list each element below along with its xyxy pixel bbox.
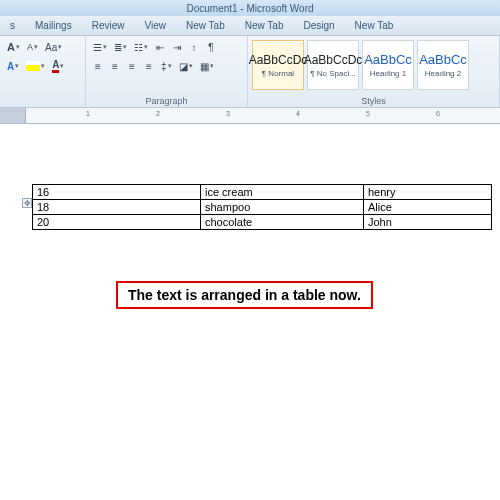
group-paragraph-label: Paragraph bbox=[90, 96, 243, 107]
numbering-button[interactable]: ≣▾ bbox=[111, 38, 130, 56]
spacing-icon: ‡ bbox=[161, 61, 167, 72]
tab-partial[interactable]: s bbox=[0, 16, 25, 35]
decrease-indent-button[interactable]: ⇤ bbox=[152, 38, 168, 56]
border-icon: ▦ bbox=[200, 61, 209, 72]
style-heading1[interactable]: AaBbCc Heading 1 bbox=[362, 40, 414, 90]
chevron-down-icon: ▾ bbox=[189, 62, 193, 70]
font-color-icon: A bbox=[52, 59, 59, 73]
sort-icon: ↕ bbox=[192, 42, 197, 53]
outdent-icon: ⇤ bbox=[156, 42, 164, 53]
case-icon: Aa bbox=[45, 42, 57, 53]
highlight-button[interactable]: ▾ bbox=[23, 57, 48, 75]
ruler-margin bbox=[0, 108, 26, 123]
indent-icon: ⇥ bbox=[173, 42, 181, 53]
align-right-button[interactable]: ≡ bbox=[124, 57, 140, 75]
table-row[interactable]: 20 chocolate John bbox=[33, 215, 492, 230]
shrink-font-button[interactable]: A▾ bbox=[24, 38, 41, 56]
chevron-down-icon: ▾ bbox=[41, 62, 45, 70]
justify-button[interactable]: ≡ bbox=[141, 57, 157, 75]
table-row[interactable]: 16 ice cream henry bbox=[33, 185, 492, 200]
tab-newtab-2[interactable]: New Tab bbox=[235, 16, 294, 35]
table-cell[interactable]: 16 bbox=[33, 185, 201, 200]
text-effects-button[interactable]: A▾ bbox=[4, 57, 22, 75]
table-move-handle[interactable]: ✥ bbox=[22, 198, 32, 208]
highlight-icon bbox=[26, 61, 40, 71]
tab-review[interactable]: Review bbox=[82, 16, 135, 35]
chevron-down-icon: ▾ bbox=[15, 62, 19, 70]
bullets-button[interactable]: ☰▾ bbox=[90, 38, 110, 56]
ribbon: A▾ A▾ Aa▾ A▾ ▾ A▾ ☰▾ ≣▾ ☷▾ ⇤ bbox=[0, 36, 500, 108]
tab-view[interactable]: View bbox=[134, 16, 176, 35]
chevron-down-icon: ▾ bbox=[123, 43, 127, 51]
effects-icon: A bbox=[7, 61, 14, 72]
increase-indent-button[interactable]: ⇥ bbox=[169, 38, 185, 56]
font-color-button[interactable]: A▾ bbox=[49, 57, 67, 75]
style-heading2[interactable]: AaBbCc Heading 2 bbox=[417, 40, 469, 90]
horizontal-ruler[interactable]: 1 2 3 4 5 6 bbox=[0, 108, 500, 124]
ruler-body: 1 2 3 4 5 6 bbox=[26, 108, 500, 123]
align-center-icon: ≡ bbox=[112, 61, 118, 72]
grow-font-button[interactable]: A▾ bbox=[4, 38, 23, 56]
group-font: A▾ A▾ Aa▾ A▾ ▾ A▾ bbox=[0, 36, 86, 107]
table-cell[interactable]: 20 bbox=[33, 215, 201, 230]
change-case-button[interactable]: Aa▾ bbox=[42, 38, 65, 56]
document-table[interactable]: 16 ice cream henry 18 shampoo Alice 20 c… bbox=[32, 184, 492, 230]
table-cell[interactable]: Alice bbox=[364, 200, 492, 215]
chevron-down-icon: ▾ bbox=[103, 43, 107, 51]
pilcrow-icon: ¶ bbox=[208, 42, 213, 53]
chevron-down-icon: ▾ bbox=[16, 43, 20, 51]
table-cell[interactable]: ice cream bbox=[201, 185, 364, 200]
tab-newtab-1[interactable]: New Tab bbox=[176, 16, 235, 35]
multilevel-icon: ☷ bbox=[134, 42, 143, 53]
bullets-icon: ☰ bbox=[93, 42, 102, 53]
style-no-spacing[interactable]: AaBbCcDc ¶ No Spaci... bbox=[307, 40, 359, 90]
borders-button[interactable]: ▦▾ bbox=[197, 57, 217, 75]
tab-design[interactable]: Design bbox=[293, 16, 344, 35]
annotation-callout: The text is arranged in a table now. bbox=[116, 281, 373, 309]
chevron-down-icon: ▾ bbox=[144, 43, 148, 51]
move-icon: ✥ bbox=[24, 199, 31, 208]
group-styles: AaBbCcDc ¶ Normal AaBbCcDc ¶ No Spaci...… bbox=[248, 36, 500, 107]
line-spacing-button[interactable]: ‡▾ bbox=[158, 57, 175, 75]
numbering-icon: ≣ bbox=[114, 42, 122, 53]
group-paragraph: ☰▾ ≣▾ ☷▾ ⇤ ⇥ ↕ ¶ ≡ ≡ ≡ ≡ ‡▾ ◪▾ ▦▾ bbox=[86, 36, 248, 107]
style-normal[interactable]: AaBbCcDc ¶ Normal bbox=[252, 40, 304, 90]
chevron-down-icon: ▾ bbox=[210, 62, 214, 70]
document-area[interactable]: ✥ 16 ice cream henry 18 shampoo Alice 20… bbox=[0, 124, 500, 230]
multilevel-button[interactable]: ☷▾ bbox=[131, 38, 151, 56]
table-cell[interactable]: shampoo bbox=[201, 200, 364, 215]
tab-newtab-3[interactable]: New Tab bbox=[345, 16, 404, 35]
bucket-icon: ◪ bbox=[179, 61, 188, 72]
align-right-icon: ≡ bbox=[129, 61, 135, 72]
window-title: Document1 - Microsoft Word bbox=[186, 3, 313, 14]
show-marks-button[interactable]: ¶ bbox=[203, 38, 219, 56]
table-row[interactable]: 18 shampoo Alice bbox=[33, 200, 492, 215]
tab-mailings[interactable]: Mailings bbox=[25, 16, 82, 35]
title-bar: Document1 - Microsoft Word bbox=[0, 0, 500, 16]
justify-icon: ≡ bbox=[146, 61, 152, 72]
align-center-button[interactable]: ≡ bbox=[107, 57, 123, 75]
table-cell[interactable]: John bbox=[364, 215, 492, 230]
align-left-button[interactable]: ≡ bbox=[90, 57, 106, 75]
sort-button[interactable]: ↕ bbox=[186, 38, 202, 56]
shading-button[interactable]: ◪▾ bbox=[176, 57, 196, 75]
table-cell[interactable]: chocolate bbox=[201, 215, 364, 230]
chevron-down-icon: ▾ bbox=[60, 62, 64, 70]
align-left-icon: ≡ bbox=[95, 61, 101, 72]
group-styles-label: Styles bbox=[252, 96, 495, 107]
group-font-label bbox=[4, 96, 81, 107]
chevron-down-icon: ▾ bbox=[58, 43, 62, 51]
chevron-down-icon: ▾ bbox=[34, 43, 38, 51]
ribbon-tabs: s Mailings Review View New Tab New Tab D… bbox=[0, 16, 500, 36]
table-cell[interactable]: 18 bbox=[33, 200, 201, 215]
chevron-down-icon: ▾ bbox=[168, 62, 172, 70]
table-cell[interactable]: henry bbox=[364, 185, 492, 200]
